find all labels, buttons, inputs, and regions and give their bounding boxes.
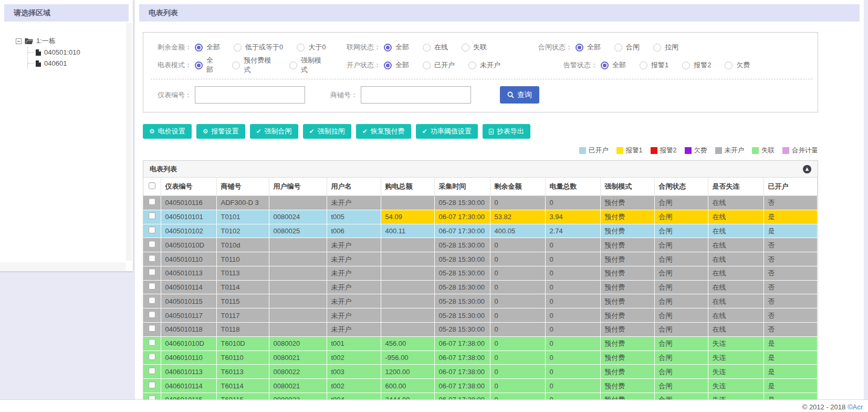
radio-icon[interactable] [289, 61, 297, 69]
action-button-1[interactable]: ⚙电价设置 [143, 124, 192, 139]
radio-option[interactable]: 未开户 [468, 60, 500, 70]
collapse-toggle-icon[interactable] [16, 38, 22, 44]
radio-icon[interactable] [601, 61, 609, 69]
row-checkbox[interactable] [149, 367, 155, 374]
radio-icon[interactable] [195, 44, 203, 52]
radio-icon[interactable] [576, 44, 583, 52]
row-checkbox[interactable] [149, 325, 155, 332]
radio-icon[interactable] [462, 44, 469, 52]
radio-option[interactable]: 全部 [384, 60, 409, 70]
row-checkbox[interactable] [149, 311, 155, 318]
row-checkbox[interactable] [149, 226, 155, 233]
row-checkbox[interactable] [149, 212, 155, 219]
radio-icon[interactable] [423, 61, 431, 69]
table-row[interactable]: 0406010110T601100080021t002-956.0006-07 … [143, 351, 818, 365]
table-row[interactable]: 0405010102T01020080025t006400.1106-07 17… [143, 224, 818, 238]
row-checkbox[interactable] [149, 382, 155, 388]
radio-option[interactable]: 全部 [195, 43, 220, 52]
row-checkbox[interactable] [149, 198, 155, 205]
radio-option[interactable]: 失联 [462, 43, 487, 52]
table-cell: 0405010110 [161, 252, 216, 266]
row-checkbox[interactable] [149, 241, 155, 248]
brand-link[interactable]: ©Acr [848, 403, 863, 411]
column-header: 用户名 [327, 178, 381, 196]
action-button-6[interactable]: ✔功率阈值设置 [416, 124, 478, 139]
radio-icon[interactable] [423, 44, 431, 52]
row-checkbox[interactable] [149, 353, 155, 360]
table-row[interactable]: 0406010115T601150080023t0042444.0006-07 … [143, 393, 818, 399]
radio-icon[interactable] [725, 61, 733, 69]
meter-number-input[interactable] [195, 86, 305, 104]
radio-icon[interactable] [234, 44, 242, 52]
radio-option[interactable]: 已开户 [423, 60, 455, 70]
radio-icon[interactable] [384, 61, 392, 69]
radio-label: 报警2 [694, 60, 711, 70]
radio-option[interactable]: 强制模式 [289, 56, 326, 75]
row-checkbox[interactable] [149, 255, 155, 262]
table-cell: 06-07 17:38:00 [434, 379, 490, 393]
select-all-checkbox[interactable] [149, 182, 155, 189]
search-button[interactable]: 查询 [500, 86, 539, 104]
radio-icon[interactable] [653, 44, 661, 52]
table-row[interactable]: 0405010116ADF300-D 3 未开户 05-28 15:30:000… [143, 196, 818, 210]
radio-option[interactable]: 预付费模式 [232, 56, 275, 75]
radio-option[interactable]: 全部 [384, 43, 409, 52]
row-checkbox[interactable] [149, 395, 155, 399]
table-cell: 06-07 17:38:00 [434, 351, 490, 365]
row-checkbox[interactable] [149, 283, 155, 290]
row-checkbox[interactable] [149, 297, 155, 304]
radio-option[interactable]: 全部 [195, 56, 218, 75]
radio-icon[interactable] [384, 44, 392, 52]
table-row[interactable]: 040601010DT6010D0080020t001456.0006-07 1… [143, 336, 818, 351]
table-row[interactable]: 0405010115T0115 未开户 05-28 15:30:0000预付费合… [143, 294, 818, 308]
table-cell: 合闸 [654, 379, 708, 393]
row-checkbox[interactable] [149, 339, 155, 346]
radio-option[interactable]: 报警1 [640, 60, 668, 70]
scrollbar-track-vertical[interactable] [126, 23, 132, 261]
radio-icon[interactable] [640, 61, 647, 69]
action-button-3[interactable]: ✔强制合闸 [250, 124, 298, 139]
radio-icon[interactable] [682, 61, 690, 69]
table-row[interactable]: 0406010113T601130080022t0031200.0006-07 … [143, 365, 818, 379]
action-button-7[interactable]: 抄表导出 [483, 124, 530, 139]
tree-node-root[interactable]: 1:一栋 [16, 35, 133, 47]
radio-option[interactable]: 欠费 [725, 60, 750, 70]
radio-option[interactable]: 在线 [423, 43, 448, 52]
table-row[interactable]: 0405010117T0117 未开户 05-28 15:30:0000预付费合… [143, 308, 818, 323]
radio-option[interactable]: 报警2 [682, 60, 711, 70]
radio-option[interactable]: 低于或等于0 [234, 43, 283, 52]
radio-option[interactable]: 大于0 [297, 43, 326, 52]
table-row[interactable]: 0405010118T0118 未开户 05-28 15:30:0000预付费合… [143, 323, 818, 337]
scrollbar-track-horizontal[interactable] [0, 262, 126, 271]
collapse-up-icon[interactable]: ▲ [803, 165, 811, 173]
table-row[interactable]: 040501010DT010d 未开户 05-28 15:30:0000预付费合… [143, 238, 818, 252]
row-checkbox[interactable] [149, 269, 155, 275]
radio-icon[interactable] [195, 61, 203, 69]
table-cell: 456.00 [381, 336, 434, 351]
radio-option[interactable]: 拉闸 [653, 43, 678, 52]
table-row[interactable]: 0405010113T0113 未开户 05-28 15:30:0000预付费合… [143, 266, 818, 280]
action-button-5[interactable]: ✔恢复预付费 [356, 124, 411, 139]
action-button-2[interactable]: ⚙报警设置 [196, 124, 245, 139]
tree-node[interactable]: 040601 [28, 58, 133, 69]
shop-number-input[interactable] [361, 86, 471, 104]
radio-icon[interactable] [614, 44, 622, 52]
shop-number-label: 商铺号： [317, 90, 358, 100]
table-row[interactable]: 0405010101T01010080024t00554.0906-07 17:… [143, 210, 818, 224]
table-cell: 3.94 [545, 210, 600, 224]
table-row[interactable]: 0405010110T0110 未开户 05-28 15:30:0000预付费合… [143, 252, 818, 266]
radio-option[interactable]: 全部 [601, 60, 626, 70]
radio-icon[interactable] [297, 44, 305, 52]
radio-option[interactable]: 全部 [576, 43, 601, 52]
radio-icon[interactable] [468, 61, 476, 69]
gear-icon: ⚙ [149, 128, 155, 135]
table-cell: 否 [764, 308, 818, 323]
table-cell: 合闸 [654, 196, 708, 210]
table-row[interactable]: 0406010114T601140080021t002600.0006-07 1… [143, 379, 818, 393]
action-button-4[interactable]: ✔强制拉闸 [303, 124, 351, 139]
table-row[interactable]: 0405010114T0114 未开户 05-28 15:30:0000预付费合… [143, 280, 818, 294]
radio-option[interactable]: 合闸 [614, 43, 640, 52]
radio-label: 全部 [206, 56, 218, 75]
radio-icon[interactable] [232, 61, 240, 69]
tree-node[interactable]: 040501:010 [28, 47, 133, 58]
